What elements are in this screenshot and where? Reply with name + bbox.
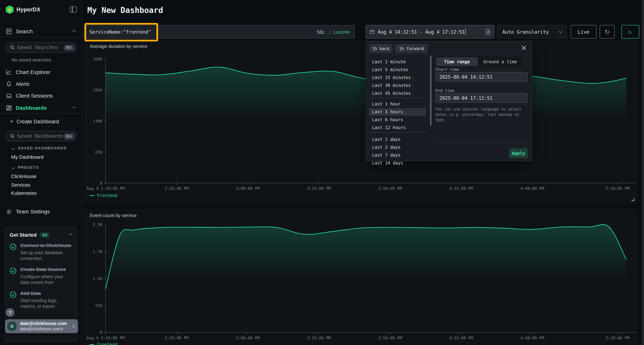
- time-option[interactable]: Last 6 hours: [369, 116, 426, 124]
- create-dashboard-button[interactable]: + Create Dashboard: [10, 118, 59, 125]
- panel-resize-handle[interactable]: [632, 198, 634, 201]
- check-circle-icon: [10, 267, 16, 274]
- user-account-chip[interactable]: D dale@clickhouse.com dale@clickhouse.co…: [5, 319, 78, 333]
- saved-searches-input[interactable]: Saved Searches ⌘K: [6, 42, 77, 52]
- language-toggle-lucene[interactable]: Lucene: [334, 29, 350, 34]
- help-button[interactable]: ?: [6, 308, 14, 317]
- svg-text:3:25:00 PM: 3:25:00 PM: [307, 336, 330, 340]
- sidebar-item-client-sessions[interactable]: Client Sessions: [0, 91, 82, 100]
- chevron-right-icon: [71, 325, 74, 328]
- date-range-text: Aug 4 14:12:51 - Aug 4 17:12:51: [378, 29, 464, 34]
- sidebar-item-chart-explorer[interactable]: Chart Explorer: [0, 67, 82, 77]
- chart-legend[interactable]: frontend: [90, 342, 117, 345]
- get-started-item-sources[interactable]: Create Data Sources Configure where your…: [10, 267, 73, 286]
- search-icon: [10, 134, 15, 138]
- time-option[interactable]: Last 15 minutes: [369, 74, 426, 81]
- svg-text:0: 0: [100, 330, 102, 335]
- svg-text:3:00:00 PM: 3:00:00 PM: [236, 336, 260, 340]
- sidebar-link-my-dashboard[interactable]: My Dashboard: [11, 154, 44, 160]
- live-button[interactable]: Live: [571, 25, 596, 39]
- shift-back-button[interactable]: 1h back: [369, 44, 392, 53]
- event-count-chart[interactable]: 05501.1K1.7K2.2KAug 4 2:10:00 PM2:35:00 …: [84, 209, 638, 345]
- chart-title: Average duration by service: [90, 44, 148, 49]
- svg-text:5:10:00 PM: 5:10:00 PM: [606, 186, 629, 191]
- sidebar-item-team-settings[interactable]: Team Settings: [0, 207, 82, 216]
- sidebar-item-alerts[interactable]: Alerts: [0, 79, 82, 89]
- svg-text:Aug 4 2:10:00 PM: Aug 4 2:10:00 PM: [86, 336, 124, 340]
- apply-button[interactable]: Apply: [509, 148, 528, 158]
- sidebar-item-dashboards[interactable]: Dashboards: [0, 103, 82, 113]
- check-circle-icon: [10, 291, 16, 298]
- annotation-highlight-box: [84, 23, 158, 41]
- svg-text:4:15:00 PM: 4:15:00 PM: [449, 186, 473, 191]
- chevron-down-icon: [11, 166, 15, 169]
- sidebar-link-clickhouse[interactable]: ClickHouse: [11, 173, 36, 179]
- date-range-input[interactable]: Aug 4 14:12:51 - Aug 4 17:12:51 d: [366, 25, 494, 39]
- tab-around-a-time[interactable]: Around a time: [478, 57, 522, 66]
- time-option[interactable]: Last 1 minute: [369, 58, 426, 66]
- language-toggle-sql[interactable]: SQL: [317, 29, 325, 34]
- refresh-button[interactable]: ↻: [600, 25, 615, 39]
- time-option[interactable]: Last 14 days: [369, 159, 426, 167]
- time-option[interactable]: Last 7 days: [369, 151, 426, 159]
- time-option[interactable]: Last 2 days: [369, 143, 426, 151]
- saved-dashboards-section-header[interactable]: SAVED DASHBOARDS: [12, 145, 67, 151]
- time-option[interactable]: Last 45 minutes: [369, 89, 426, 97]
- svg-text:4:15:00 PM: 4:15:00 PM: [449, 336, 473, 340]
- text-cursor: [465, 29, 466, 35]
- time-option[interactable]: Last 12 hours: [369, 124, 426, 132]
- calendar-icon: [370, 29, 374, 34]
- chart-card-event-count: Event count by service 05501.1K1.7K2.2KA…: [84, 209, 638, 345]
- time-option[interactable]: Last 1 days: [369, 135, 426, 143]
- chart-card-average-duration: Average duration by service 065K130K195K…: [84, 40, 638, 204]
- saved-dashboards-input[interactable]: Saved Dashboards ⌘K: [6, 131, 77, 141]
- sidebar-item-search[interactable]: Search: [0, 26, 82, 36]
- divider: [369, 132, 426, 133]
- page-title: My New Dashboard: [87, 6, 163, 15]
- end-time-input[interactable]: 2025-08-04 17:12:51: [436, 93, 528, 103]
- svg-text:Aug 4 2:10:00 PM: Aug 4 2:10:00 PM: [86, 186, 124, 191]
- sidebar-collapse-button[interactable]: [69, 5, 78, 14]
- time-option[interactable]: Last 1 hour: [369, 100, 426, 108]
- svg-text:4:40:00 PM: 4:40:00 PM: [520, 186, 544, 191]
- svg-text:0: 0: [100, 181, 102, 185]
- time-option[interactable]: Last 5 minutes: [369, 66, 426, 74]
- scrollbar-thumb[interactable]: [430, 56, 432, 126]
- close-icon[interactable]: [520, 45, 527, 51]
- no-saved-searches-text: No saved searches: [12, 57, 51, 62]
- laptop-icon: [6, 92, 12, 99]
- svg-text:2:35:00 PM: 2:35:00 PM: [165, 186, 188, 191]
- play-button[interactable]: ▷: [622, 25, 639, 39]
- svg-text:550: 550: [95, 303, 102, 308]
- hyperdx-logo-icon: ⚡: [6, 5, 14, 14]
- get-started-item-add-data[interactable]: Add Data Start sending logs, metrics, or…: [10, 291, 73, 310]
- svg-text:4:40:00 PM: 4:40:00 PM: [520, 336, 544, 340]
- time-option[interactable]: Last 30 minutes: [369, 81, 426, 89]
- natural-language-hint: You can use natural language to select d…: [436, 106, 527, 123]
- hyperdx-app: ⚡ HyperDX Search Saved Searches ⌘K No: [0, 0, 644, 345]
- page-scrollbar[interactable]: [642, 0, 644, 345]
- bell-icon: [6, 81, 12, 87]
- presets-section-header[interactable]: PRESETS: [12, 164, 39, 170]
- shift-forward-button[interactable]: 1h forward: [395, 44, 428, 53]
- play-icon: ▷: [628, 29, 632, 34]
- get-started-header[interactable]: Get Started 3/3: [10, 232, 73, 238]
- sidebar-link-services[interactable]: Services: [11, 182, 30, 188]
- divider: [0, 37, 82, 37]
- start-time-input[interactable]: 2025-08-04 14:12:51: [436, 72, 528, 81]
- svg-text:3:00:00 PM: 3:00:00 PM: [236, 186, 260, 191]
- get-started-item-connect[interactable]: Connect to ClickHouse Set up your databa…: [10, 243, 73, 262]
- svg-text:195K: 195K: [93, 88, 102, 92]
- avatar: D: [7, 322, 17, 331]
- sidebar-link-kubernetes[interactable]: Kubernetes: [11, 190, 37, 196]
- svg-text:1.1K: 1.1K: [93, 276, 102, 281]
- progress-badge: 3/3: [40, 232, 50, 238]
- d-key-badge: d: [485, 28, 491, 36]
- granularity-select[interactable]: Auto Granularity: [497, 25, 567, 39]
- chart-legend[interactable]: frontend: [90, 193, 117, 198]
- search-icon: [10, 45, 15, 50]
- end-time-label: End time: [436, 88, 454, 93]
- tab-time-range[interactable]: Time range: [436, 57, 478, 66]
- time-option-selected[interactable]: Last 3 hours: [369, 108, 426, 116]
- average-duration-chart[interactable]: 065K130K195K260KAug 4 2:10:00 PM2:35:00 …: [84, 40, 638, 204]
